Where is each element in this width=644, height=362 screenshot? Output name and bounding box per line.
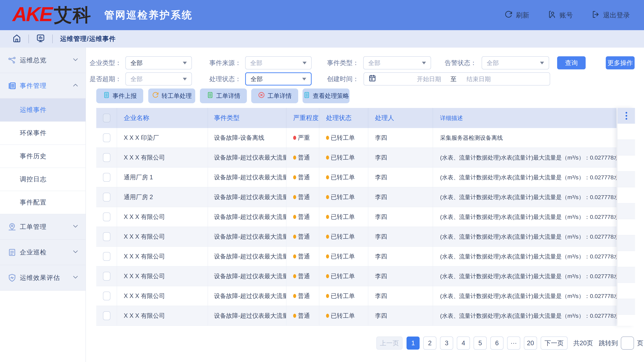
- severity-dot: [293, 314, 296, 318]
- table-row[interactable]: X X X 有限公司 设备故障-超过仪表最大流量 普通 已转工单 李四 (水表、…: [96, 227, 616, 247]
- page-button-20[interactable]: 20: [524, 337, 537, 350]
- col-description: 详细描述: [433, 108, 616, 128]
- sidebar-item-env-events[interactable]: 环保事件: [0, 122, 86, 145]
- refresh-button[interactable]: 刷新: [504, 10, 529, 20]
- row-checkbox[interactable]: [103, 232, 110, 241]
- create-time-range-picker[interactable]: 开始日期 至 结束日期: [364, 72, 550, 85]
- cell-event-type: 设备故障-超过仪表最大流量: [208, 168, 286, 187]
- sidebar-item-control-logs[interactable]: 调控日志: [0, 168, 86, 191]
- to-workorder-button[interactable]: 转工单处理: [148, 88, 195, 103]
- account-label: 账号: [560, 10, 573, 19]
- table-row[interactable]: X X X 有限公司 设备故障-超过仪表最大流量 普通 已转工单 李四 (水表、…: [96, 207, 616, 227]
- cell-description: (水表、流量计数据处理)水表(流量计)最大流量是（m³/s）：0.027778水…: [433, 168, 616, 187]
- event-report-button[interactable]: 事件上报: [96, 88, 143, 103]
- table-row[interactable]: X X X 有限公司 设备故障-超过仪表最大流量 普通 已转工单 李四 (水表、…: [96, 267, 616, 286]
- severity-text: 普通: [298, 213, 310, 221]
- select-arrow-icon: [183, 61, 187, 64]
- app-header: AKE 艾科 管网巡检养护系统 刷新 账号 退出登录: [0, 0, 644, 30]
- alarm-status-label: 告警状态：: [443, 56, 477, 69]
- page-ellipsis-button[interactable]: ···: [507, 337, 520, 350]
- overdue-select[interactable]: 全部: [126, 72, 192, 85]
- status-text: 已转工单: [331, 292, 355, 300]
- pinned-cell: [618, 235, 635, 251]
- select-arrow-icon: [422, 61, 426, 64]
- table-row[interactable]: X X X 有限公司 设备故障-超过仪表最大流量 普通 已转工单 李四 (水表、…: [96, 148, 616, 168]
- sidebar-item-event-config[interactable]: 事件配置: [0, 191, 86, 214]
- sidebar-item-event-management[interactable]: 事件管理: [0, 73, 86, 98]
- view-strategy-button[interactable]: 查看处理策略: [302, 88, 350, 103]
- select-all-checkbox[interactable]: [103, 114, 110, 122]
- workorder-close-detail-button[interactable]: 工单详情: [251, 88, 298, 103]
- page-unit-label: 页: [637, 339, 643, 348]
- more-actions-button[interactable]: 更多操作: [606, 56, 634, 69]
- severity-dot: [293, 215, 296, 219]
- status-dot: [326, 156, 329, 160]
- account-button[interactable]: 账号: [548, 10, 573, 20]
- table-row[interactable]: 通用厂房 1 设备故障-超过仪表最大流量 普通 已转工单 李四 (水表、流量计数…: [96, 168, 616, 187]
- map-pin-icon: [8, 222, 16, 231]
- page-button-1[interactable]: 1: [406, 337, 420, 350]
- row-checkbox[interactable]: [103, 153, 110, 162]
- cell-company: X X X 有限公司: [117, 306, 208, 326]
- cell-description: 采集服务器检测设备离线: [433, 128, 616, 147]
- row-checkbox[interactable]: [103, 213, 110, 221]
- table-row[interactable]: X X X 有限公司 设备故障-超过仪表最大流量 普通 已转工单 李四 (水表、…: [96, 306, 616, 326]
- sidebar-item-ops-events[interactable]: 运维事件: [0, 98, 86, 122]
- alarm-status-select[interactable]: 全部: [482, 56, 549, 69]
- sidebar-item-event-history[interactable]: 事件历史: [0, 145, 86, 168]
- row-checkbox[interactable]: [103, 193, 110, 201]
- column-settings-icon[interactable]: [626, 112, 627, 120]
- row-checkbox[interactable]: [103, 292, 110, 300]
- severity-text: 普通: [298, 173, 310, 181]
- logout-button[interactable]: 退出登录: [592, 10, 630, 20]
- row-checkbox[interactable]: [103, 252, 110, 261]
- dashboard-monitor-icon[interactable]: [36, 34, 45, 44]
- page-button-3[interactable]: 3: [440, 337, 453, 350]
- breadcrumb-separator: [52, 34, 53, 43]
- pinned-cell: [618, 171, 635, 187]
- row-checkbox[interactable]: [103, 272, 110, 281]
- table-row[interactable]: 通用厂房 2 设备故障-超过仪表最大流量 普通 已转工单 李四 (水表、流量计数…: [96, 187, 616, 207]
- row-checkbox[interactable]: [103, 133, 110, 142]
- workorder-detail-button[interactable]: 工单详情: [200, 88, 247, 103]
- company-type-select[interactable]: 全部: [126, 56, 192, 69]
- total-pages-text: 共20页: [573, 339, 593, 348]
- row-checkbox[interactable]: [103, 173, 110, 182]
- cell-handler: 李四: [368, 207, 433, 227]
- sidebar-item-workorder-management[interactable]: 工单管理: [0, 214, 86, 240]
- row-checkbox[interactable]: [103, 311, 110, 320]
- event-source-select[interactable]: 全部: [245, 56, 312, 69]
- page-button-6[interactable]: 6: [490, 337, 504, 350]
- handle-status-select[interactable]: 全部: [245, 72, 312, 85]
- home-icon[interactable]: [12, 34, 21, 44]
- severity-dot: [293, 235, 296, 239]
- event-type-select[interactable]: 全部: [363, 56, 431, 69]
- refresh-orange-icon: [152, 91, 159, 100]
- cell-event-type: 设备故障-超过仪表最大流量: [208, 187, 286, 207]
- table-row[interactable]: X X X 有限公司 设备故障-超过仪表最大流量 普通 已转工单 李四 (水表、…: [96, 247, 616, 267]
- table-row[interactable]: X X X 印染厂 设备故障-设备离线 严重 已转工单 李四 采集服务器检测设备…: [96, 128, 616, 148]
- pinned-cell: [618, 156, 635, 171]
- cell-description: (水表、流量计数据处理)水表(流量计)最大流量是（m³/s）：0.027778水…: [433, 247, 616, 266]
- sidebar-item-enterprise-inspection[interactable]: 企业巡检: [0, 240, 86, 265]
- col-handler: 处理人: [368, 108, 433, 128]
- page-button-4[interactable]: 4: [457, 337, 470, 350]
- page-button-5[interactable]: 5: [474, 337, 487, 350]
- severity-text: 普通: [298, 153, 310, 162]
- sidebar-item-ops-effect-evaluation[interactable]: 运维效果评估: [0, 265, 86, 291]
- status-dot: [326, 235, 329, 239]
- next-page-button[interactable]: 下一页: [541, 337, 568, 350]
- sidebar-item-ops-overview[interactable]: 运维总览: [0, 48, 86, 73]
- select-arrow-icon: [540, 61, 544, 64]
- severity-dot: [293, 294, 296, 298]
- pinned-cell: [618, 187, 635, 203]
- pagination: 上一页 1 2 3 4 5 6 ··· 20 下一页 共20页 跳转到 页: [376, 337, 643, 350]
- app-root: AKE 艾科 管网巡检养护系统 刷新 账号 退出登录 运维管理/运维事件: [0, 0, 644, 362]
- table-row[interactable]: X X X 有限公司 设备故障-超过仪表最大流量 普通 已转工单 李四 (水表、…: [96, 286, 616, 306]
- prev-page-button[interactable]: 上一页: [376, 337, 402, 350]
- page-button-2[interactable]: 2: [423, 337, 436, 350]
- pinned-cell: [618, 219, 635, 235]
- jump-page-input[interactable]: [621, 337, 634, 350]
- document-cyan-icon: [303, 91, 310, 100]
- search-button[interactable]: 查询: [557, 56, 586, 69]
